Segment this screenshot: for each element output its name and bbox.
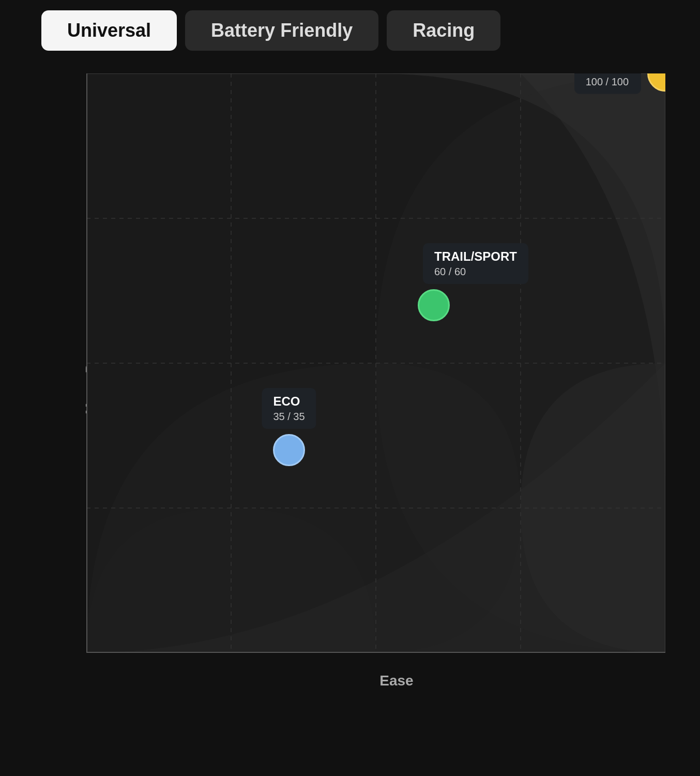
trail-sport-title: TRAIL/SPORT <box>434 249 517 264</box>
tab-universal[interactable]: Universal <box>41 10 177 51</box>
axis-x-line <box>86 652 665 653</box>
axis-y-line <box>86 73 87 653</box>
data-point-turbo[interactable]: TURBO 100 / 100 <box>647 73 665 92</box>
turbo-dot[interactable] <box>647 73 665 92</box>
data-point-eco[interactable]: ECO 35 / 35 <box>273 434 305 466</box>
turbo-title: TURBO <box>586 73 630 74</box>
trail-sport-dot[interactable] <box>418 289 450 321</box>
chart-area: 100 75 50 25 0 0 25 75 100 ECO 35 / 35 T… <box>86 73 665 653</box>
tab-battery-friendly[interactable]: Battery Friendly <box>185 10 378 51</box>
background-zones <box>86 73 665 653</box>
eco-label-box: ECO 35 / 35 <box>262 388 316 429</box>
eco-title: ECO <box>273 394 305 409</box>
tab-racing[interactable]: Racing <box>387 10 500 51</box>
chart-container: Motor Power Ease <box>55 63 676 684</box>
x-axis-label: Ease <box>379 673 413 689</box>
turbo-label-box: TURBO 100 / 100 <box>574 73 641 94</box>
trail-sport-label-box: TRAIL/SPORT 60 / 60 <box>423 243 528 284</box>
turbo-value: 100 / 100 <box>586 76 630 88</box>
data-point-trail-sport[interactable]: TRAIL/SPORT 60 / 60 <box>418 289 450 321</box>
eco-dot[interactable] <box>273 434 305 466</box>
tab-bar: Universal Battery Friendly Racing <box>41 10 500 51</box>
trail-sport-value: 60 / 60 <box>434 266 517 278</box>
eco-value: 35 / 35 <box>273 411 305 423</box>
